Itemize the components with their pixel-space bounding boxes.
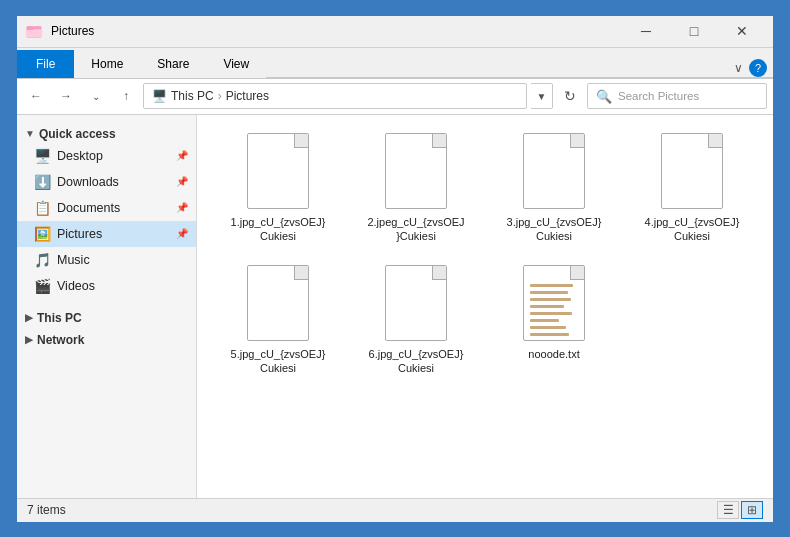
documents-icon: 📋 xyxy=(33,199,51,217)
forward-button[interactable]: → xyxy=(53,83,79,109)
music-icon: 🎵 xyxy=(33,251,51,269)
search-icon: 🔍 xyxy=(596,89,612,104)
svg-rect-1 xyxy=(26,29,42,37)
file-icon-2 xyxy=(380,131,452,211)
expand-this-pc-icon: ▶ xyxy=(25,312,33,323)
videos-icon: 🎬 xyxy=(33,277,51,295)
window-icon xyxy=(25,21,45,41)
sidebar-item-videos[interactable]: 🎬 Videos xyxy=(17,273,196,299)
back-button[interactable]: ← xyxy=(23,83,49,109)
file-icon-6 xyxy=(380,263,452,343)
network-label: Network xyxy=(37,333,84,347)
pin-icon-desktop: 📌 xyxy=(176,150,188,161)
file-name-4: 4.jpg_cU_{zvsOEJ}Cukiesi xyxy=(642,215,742,244)
file-icon-5 xyxy=(242,263,314,343)
address-dropdown-button[interactable]: ▼ xyxy=(531,83,553,109)
sidebar-item-downloads[interactable]: ⬇️ Downloads 📌 xyxy=(17,169,196,195)
status-item-count: 7 items xyxy=(27,503,66,517)
up-button[interactable]: ↑ xyxy=(113,83,139,109)
pictures-icon: 🖼️ xyxy=(33,225,51,243)
files-grid: 1.jpg_cU_{zvsOEJ}Cukiesi 2.jpeg_cU_{zvsO… xyxy=(211,125,759,382)
this-pc-header[interactable]: ▶ This PC xyxy=(17,305,196,327)
address-path[interactable]: 🖥️ This PC › Pictures xyxy=(143,83,527,109)
pin-icon-pictures: 📌 xyxy=(176,228,188,239)
maximize-button[interactable]: □ xyxy=(671,16,717,46)
window-title: Pictures xyxy=(51,24,623,38)
expand-quick-access-icon: ▼ xyxy=(25,128,35,139)
main-content: ▼ Quick access 🖥️ Desktop 📌 ⬇️ Downloads… xyxy=(17,115,773,498)
search-box[interactable]: 🔍 Search Pictures xyxy=(587,83,767,109)
address-bar: ← → ⌄ ↑ 🖥️ This PC › Pictures ▼ ↻ 🔍 Sear… xyxy=(17,79,773,115)
title-bar: Pictures ─ □ ✕ xyxy=(17,16,773,48)
tab-file[interactable]: File xyxy=(17,50,74,78)
svg-rect-2 xyxy=(27,27,33,31)
tab-share[interactable]: Share xyxy=(140,50,206,78)
file-icon-3 xyxy=(518,131,590,211)
path-pictures[interactable]: Pictures xyxy=(226,89,269,103)
file-name-3: 3.jpg_cU_{zvsOEJ}Cukiesi xyxy=(504,215,604,244)
status-bar: 7 items ☰ ⊞ xyxy=(17,498,773,522)
refresh-button[interactable]: ↻ xyxy=(557,83,583,109)
quick-access-label: Quick access xyxy=(39,127,116,141)
desktop-icon: 🖥️ xyxy=(33,147,51,165)
file-icon-1 xyxy=(242,131,314,211)
expand-ribbon-icon[interactable]: ∨ xyxy=(734,61,743,75)
expand-network-icon: ▶ xyxy=(25,334,33,345)
file-item[interactable]: 2.jpeg_cU_{zvsOEJ}Cukiesi xyxy=(349,125,483,250)
sidebar-label-videos: Videos xyxy=(57,279,95,293)
sidebar: ▼ Quick access 🖥️ Desktop 📌 ⬇️ Downloads… xyxy=(17,115,197,498)
file-name-2: 2.jpeg_cU_{zvsOEJ}Cukiesi xyxy=(366,215,466,244)
ribbon: File Home Share View ∨ ? xyxy=(17,48,773,79)
view-grid-button[interactable]: ⊞ xyxy=(741,501,763,519)
pin-icon-documents: 📌 xyxy=(176,202,188,213)
recent-locations-button[interactable]: ⌄ xyxy=(83,83,109,109)
file-item[interactable]: 4.jpg_cU_{zvsOEJ}Cukiesi xyxy=(625,125,759,250)
sidebar-item-documents[interactable]: 📋 Documents 📌 xyxy=(17,195,196,221)
file-name-5: 5.jpg_cU_{zvsOEJ}Cukiesi xyxy=(228,347,328,376)
file-item[interactable]: 6.jpg_cU_{zvsOEJ}Cukiesi xyxy=(349,257,483,382)
tab-home[interactable]: Home xyxy=(74,50,140,78)
downloads-icon: ⬇️ xyxy=(33,173,51,191)
close-button[interactable]: ✕ xyxy=(719,16,765,46)
view-list-button[interactable]: ☰ xyxy=(717,501,739,519)
file-item[interactable]: 5.jpg_cU_{zvsOEJ}Cukiesi xyxy=(211,257,345,382)
sidebar-label-desktop: Desktop xyxy=(57,149,103,163)
help-button[interactable]: ? xyxy=(749,59,767,77)
file-icon-4 xyxy=(656,131,728,211)
pin-icon-downloads: 📌 xyxy=(176,176,188,187)
network-header[interactable]: ▶ Network xyxy=(17,327,196,349)
sidebar-item-music[interactable]: 🎵 Music xyxy=(17,247,196,273)
file-item[interactable]: nooode.txt xyxy=(487,257,621,382)
sidebar-item-desktop[interactable]: 🖥️ Desktop 📌 xyxy=(17,143,196,169)
sidebar-label-music: Music xyxy=(57,253,90,267)
file-area: 1.jpg_cU_{zvsOEJ}Cukiesi 2.jpeg_cU_{zvsO… xyxy=(197,115,773,498)
minimize-button[interactable]: ─ xyxy=(623,16,669,46)
sidebar-label-documents: Documents xyxy=(57,201,120,215)
sidebar-label-downloads: Downloads xyxy=(57,175,119,189)
file-icon-7 xyxy=(518,263,590,343)
file-name-7: nooode.txt xyxy=(528,347,579,361)
file-item[interactable]: 3.jpg_cU_{zvsOEJ}Cukiesi xyxy=(487,125,621,250)
quick-access-header[interactable]: ▼ Quick access xyxy=(17,121,196,143)
file-item[interactable]: 1.jpg_cU_{zvsOEJ}Cukiesi xyxy=(211,125,345,250)
sidebar-item-pictures[interactable]: 🖼️ Pictures 📌 xyxy=(17,221,196,247)
file-name-1: 1.jpg_cU_{zvsOEJ}Cukiesi xyxy=(228,215,328,244)
path-this-pc[interactable]: This PC xyxy=(171,89,214,103)
folder-icon: 🖥️ xyxy=(152,89,167,103)
ribbon-tabs: File Home Share View ∨ ? xyxy=(17,48,773,78)
tab-view[interactable]: View xyxy=(206,50,266,78)
this-pc-label: This PC xyxy=(37,311,82,325)
file-name-6: 6.jpg_cU_{zvsOEJ}Cukiesi xyxy=(366,347,466,376)
view-buttons: ☰ ⊞ xyxy=(717,501,763,519)
explorer-window: Pictures ─ □ ✕ File Home Share View ∨ ? … xyxy=(15,14,775,524)
window-controls: ─ □ ✕ xyxy=(623,16,765,46)
sidebar-label-pictures: Pictures xyxy=(57,227,102,241)
search-placeholder: Search Pictures xyxy=(618,90,699,102)
